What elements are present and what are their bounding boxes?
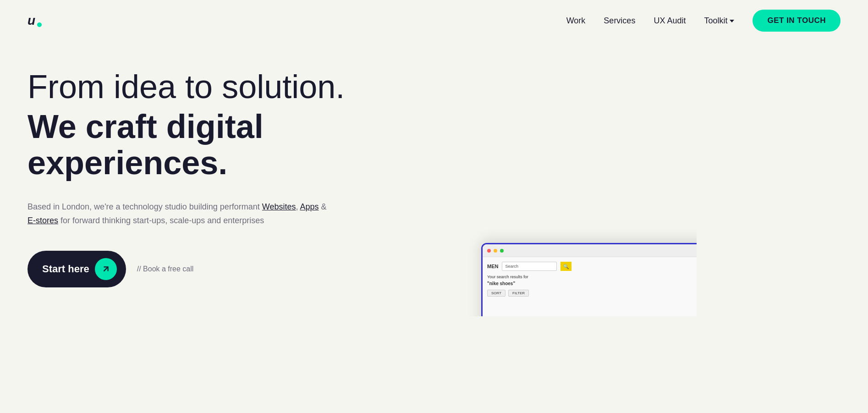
hero-desc-part1: Based in London, we're a technology stud… [27, 202, 260, 211]
navbar: u Work Services UX Audit Toolkit GET IN … [0, 0, 868, 41]
arrow-up-right-icon [101, 264, 111, 274]
nav-work[interactable]: Work [566, 16, 586, 26]
hero-text-col: From idea to solution. We craft digital … [0, 41, 458, 316]
hero-link-apps[interactable]: Apps [300, 202, 319, 211]
svg-line-0 [104, 267, 108, 271]
browser-close-dot [487, 249, 491, 253]
start-here-label: Start here [42, 263, 89, 275]
hero-line1: From idea to solution. [27, 69, 431, 105]
hero-desc-amp: & [321, 202, 327, 211]
logo-letter: u [27, 13, 35, 28]
hero-desc-part2: for forward thinking start-ups, scale-up… [60, 216, 264, 225]
hero-line2: We craft digital experiences. [27, 109, 431, 181]
browser-top-bar [483, 244, 697, 257]
browser-content-area: MEN Search 🔍 Your search results for "ni… [483, 257, 697, 316]
browser-preview: MEN Search 🔍 Your search results for "ni… [458, 215, 697, 316]
hero-description: Based in London, we're a technology stud… [27, 200, 339, 228]
browser-results-text: Your search results for [487, 275, 697, 279]
browser-sort-btn: SORT [487, 290, 505, 297]
nav-toolkit[interactable]: Toolkit [704, 16, 734, 26]
nav-services[interactable]: Services [604, 16, 635, 26]
browser-search-button: 🔍 [560, 262, 571, 271]
browser-max-dot [500, 249, 504, 253]
browser-search-input: Search [502, 262, 557, 271]
browser-filters: SORT FILTER [487, 290, 697, 297]
chevron-down-icon [730, 20, 734, 22]
logo-dot [37, 22, 42, 27]
browser-filter-btn: FILTER [508, 290, 529, 297]
hero-link-estores[interactable]: E-stores [27, 216, 58, 225]
browser-window: MEN Search 🔍 Your search results for "ni… [481, 243, 697, 316]
start-here-button[interactable]: Start here [27, 251, 126, 287]
browser-search-bar: MEN Search 🔍 [487, 262, 697, 271]
hero-link-websites[interactable]: Websites [262, 202, 296, 211]
nav-toolkit-label: Toolkit [704, 16, 727, 26]
browser-results-query: "nike shoes" [487, 281, 697, 286]
logo[interactable]: u [27, 13, 42, 28]
hero-section: From idea to solution. We craft digital … [0, 41, 868, 316]
hero-actions: Start here // Book a free call [27, 251, 431, 287]
book-call-label: // Book a free call [137, 265, 194, 273]
nav-links: Work Services UX Audit Toolkit GET IN TO… [566, 10, 841, 32]
start-here-icon [95, 258, 117, 280]
browser-men-label: MEN [487, 264, 498, 269]
get-in-touch-button[interactable]: GET IN TOUCH [753, 10, 841, 32]
browser-min-dot [494, 249, 497, 253]
nav-ux-audit[interactable]: UX Audit [654, 16, 686, 26]
